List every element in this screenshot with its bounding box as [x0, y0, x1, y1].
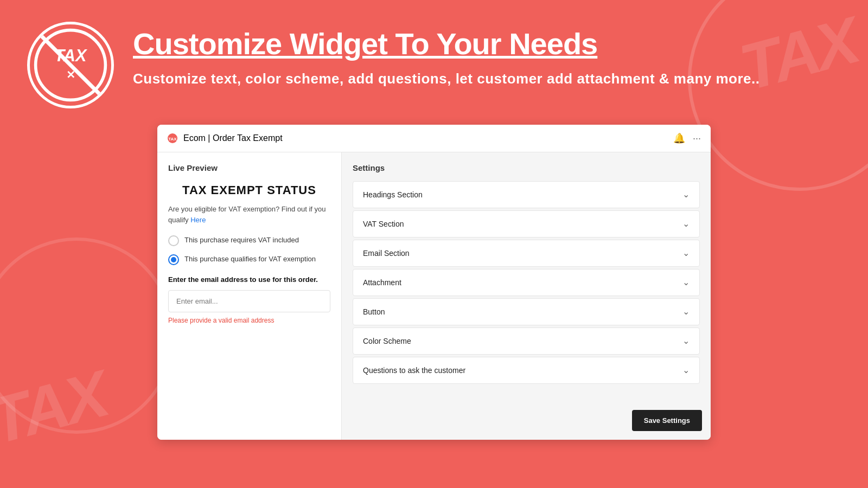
- accordion-header-color[interactable]: Color Scheme ⌄: [353, 328, 699, 354]
- live-preview-title: Live Preview: [168, 163, 330, 172]
- save-button-container: Save Settings: [632, 410, 702, 431]
- accordion-item-questions: Questions to ask the customer ⌄: [353, 357, 700, 384]
- chevron-down-icon-vat: ⌄: [682, 220, 690, 228]
- left-panel: Live Preview TAX EXEMPT STATUS Are you e…: [157, 152, 342, 440]
- main-subtitle: Customize text, color scheme, add questi…: [133, 69, 841, 88]
- accordion-label-email: Email Section: [363, 249, 410, 258]
- accordion-label-vat: VAT Section: [363, 220, 404, 228]
- accordion-header-button[interactable]: Button ⌄: [353, 299, 699, 325]
- accordion-item-email: Email Section ⌄: [353, 240, 700, 267]
- accordion-header-email[interactable]: Email Section ⌄: [353, 240, 699, 266]
- widget-title: TAX EXEMPT STATUS: [168, 183, 330, 197]
- svg-text:TAX: TAX: [54, 46, 88, 65]
- app-body: Live Preview TAX EXEMPT STATUS Are you e…: [157, 152, 711, 440]
- app-icon: TAX: [167, 133, 178, 144]
- chevron-down-icon-color: ⌄: [682, 337, 690, 345]
- accordion-item-button: Button ⌄: [353, 298, 700, 325]
- tax-logo-svg: TAX ✕: [33, 27, 108, 103]
- main-title: Customize Widget To Your Needs: [133, 27, 841, 61]
- email-input[interactable]: [168, 290, 330, 312]
- accordion-item-headings: Headings Section ⌄: [353, 181, 700, 208]
- svg-text:TAX: TAX: [168, 137, 177, 142]
- chevron-down-icon-questions: ⌄: [682, 366, 690, 375]
- svg-line-1: [40, 35, 101, 95]
- accordion-label-headings: Headings Section: [363, 190, 423, 199]
- widget-description-link[interactable]: Here: [190, 216, 206, 224]
- right-panel: Settings Headings Section ⌄ VAT Section …: [342, 152, 711, 440]
- accordion-label-questions: Questions to ask the customer: [363, 366, 465, 375]
- radio-option-2[interactable]: This purchase qualifies for VAT exemptio…: [168, 254, 330, 265]
- title-bar-app-name: Ecom | Order Tax Exempt: [183, 133, 283, 143]
- accordion-label-attachment: Attachment: [363, 278, 401, 287]
- accordion-header-attachment[interactable]: Attachment ⌄: [353, 269, 699, 296]
- chevron-down-icon-email: ⌄: [682, 249, 690, 258]
- chevron-down-icon-button: ⌄: [682, 307, 690, 316]
- title-bar: TAX Ecom | Order Tax Exempt 🔔 ···: [157, 125, 711, 152]
- more-options-icon[interactable]: ···: [693, 133, 701, 144]
- accordion-header-questions[interactable]: Questions to ask the customer ⌄: [353, 357, 699, 383]
- radio-label-1: This purchase requires VAT included: [184, 235, 299, 246]
- accordion-header-headings[interactable]: Headings Section ⌄: [353, 182, 699, 208]
- chevron-down-icon-attachment: ⌄: [682, 278, 690, 287]
- svg-text:✕: ✕: [66, 69, 75, 81]
- tax-logo: TAX ✕: [27, 22, 114, 108]
- email-section: Enter the email address to use for this …: [168, 275, 330, 324]
- email-label: Enter the email address to use for this …: [168, 275, 330, 285]
- app-window: TAX Ecom | Order Tax Exempt 🔔 ··· Live P…: [157, 125, 711, 440]
- radio-option-1[interactable]: This purchase requires VAT included: [168, 235, 330, 246]
- accordion-label-button: Button: [363, 307, 385, 316]
- header-text: Customize Widget To Your Needs Customize…: [133, 22, 841, 88]
- accordion-item-attachment: Attachment ⌄: [353, 269, 700, 296]
- radio-circle-1[interactable]: [168, 235, 179, 246]
- accordion-label-color: Color Scheme: [363, 337, 411, 345]
- widget-description: Are you eligible for VAT exemption? Find…: [168, 204, 330, 225]
- title-bar-right: 🔔 ···: [673, 132, 701, 144]
- settings-title: Settings: [353, 163, 700, 172]
- title-bar-left: TAX Ecom | Order Tax Exempt: [167, 133, 283, 144]
- radio-label-2: This purchase qualifies for VAT exemptio…: [184, 254, 316, 265]
- accordion-container: Headings Section ⌄ VAT Section ⌄ Email S…: [353, 181, 700, 384]
- save-settings-button[interactable]: Save Settings: [632, 410, 702, 431]
- header-section: TAX ✕ Customize Widget To Your Needs Cus…: [27, 22, 841, 108]
- accordion-header-vat[interactable]: VAT Section ⌄: [353, 211, 699, 237]
- bell-icon[interactable]: 🔔: [673, 132, 685, 144]
- email-error: Please provide a valid email address: [168, 317, 330, 324]
- widget-preview: TAX EXEMPT STATUS Are you eligible for V…: [168, 183, 330, 324]
- accordion-item-color: Color Scheme ⌄: [353, 328, 700, 355]
- chevron-down-icon-headings: ⌄: [682, 190, 690, 199]
- accordion-item-vat: VAT Section ⌄: [353, 210, 700, 237]
- radio-circle-2[interactable]: [168, 254, 179, 265]
